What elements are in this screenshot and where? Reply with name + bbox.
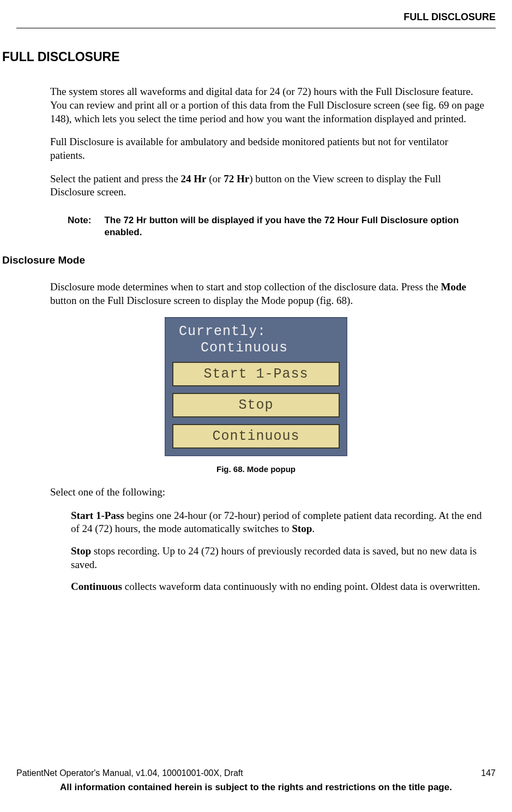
text: (or	[207, 173, 224, 184]
option-continuous: Continuous collects waveform data contin…	[71, 580, 485, 594]
mode-popup-status: Currently: Continuous	[172, 324, 340, 356]
text: Select the patient and press the	[50, 173, 181, 184]
button-ref-24hr: 24 Hr	[181, 173, 207, 184]
button-ref-mode: Mode	[441, 281, 466, 292]
stop-button[interactable]: Stop	[172, 393, 340, 417]
text: begins one 24-hour (or 72-hour) period o…	[71, 510, 481, 535]
figure-caption: Fig. 68. Mode popup	[16, 464, 496, 475]
running-header: FULL DISCLOSURE	[16, 11, 496, 28]
footer-manual-info: PatientNet Operator's Manual, v1.04, 100…	[16, 768, 243, 779]
mode-popup-panel: Currently: Continuous Start 1-Pass Stop …	[165, 317, 347, 456]
continuous-button[interactable]: Continuous	[172, 424, 340, 449]
note-label: Note:	[68, 214, 91, 238]
page-footer: PatientNet Operator's Manual, v1.04, 100…	[16, 768, 496, 793]
figure-mode-popup: Currently: Continuous Start 1-Pass Stop …	[16, 317, 496, 475]
note-text: The 72 Hr button will be displayed if yo…	[104, 214, 485, 238]
text: button on the Full Disclosure screen to …	[50, 295, 353, 306]
option-label: Continuous	[71, 581, 122, 592]
paragraph: Select the patient and press the 24 Hr (…	[50, 172, 485, 199]
option-stop: Stop stops recording. Up to 24 (72) hour…	[71, 545, 485, 571]
button-ref-72hr: 72 Hr	[224, 173, 249, 184]
paragraph: Disclosure mode determines when to start…	[50, 280, 485, 307]
page-number: 147	[481, 768, 496, 779]
text: stops recording. Up to 24 (72) hours of …	[71, 545, 477, 570]
option-start-1pass: Start 1-Pass begins one 24-hour (or 72-h…	[71, 509, 485, 536]
option-label: Start 1-Pass	[71, 510, 124, 521]
mode-status-value: Continuous	[179, 340, 340, 356]
options-intro: Select one of the following:	[50, 486, 485, 499]
paragraph: The system stores all waveforms and digi…	[50, 85, 485, 126]
option-ref: Stop	[292, 523, 312, 534]
text: .	[312, 523, 315, 534]
option-label: Stop	[71, 545, 91, 557]
start-1pass-button[interactable]: Start 1-Pass	[172, 362, 340, 386]
note-block: Note: The 72 Hr button will be displayed…	[50, 214, 485, 238]
mode-status-label: Currently:	[179, 324, 266, 339]
text: collects waveform data continuously with…	[122, 581, 480, 592]
section-title: FULL DISCLOSURE	[2, 49, 496, 65]
footer-notice: All information contained herein is subj…	[16, 781, 496, 793]
subsection-title: Disclosure Mode	[2, 254, 496, 267]
paragraph: Full Disclosure is available for ambulat…	[50, 135, 485, 162]
text: Disclosure mode determines when to start…	[50, 281, 441, 292]
